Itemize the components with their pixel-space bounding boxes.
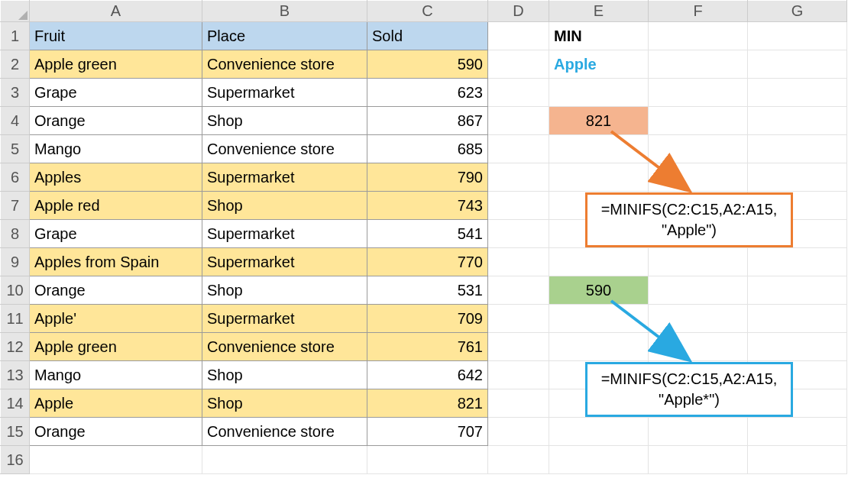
cell[interactable]: 790 xyxy=(367,163,488,192)
cell[interactable] xyxy=(649,248,748,276)
cell[interactable]: Supermarket xyxy=(202,220,367,248)
cell[interactable]: 531 xyxy=(367,276,488,305)
cell[interactable] xyxy=(367,446,488,474)
cell[interactable]: Supermarket xyxy=(202,248,367,276)
cell[interactable]: Orange xyxy=(30,107,202,135)
cell[interactable] xyxy=(549,446,649,474)
cell[interactable] xyxy=(748,305,847,333)
cell[interactable] xyxy=(748,276,847,305)
cell[interactable] xyxy=(488,22,549,50)
cell[interactable]: Apple green xyxy=(30,333,202,361)
cell[interactable]: Shop xyxy=(202,107,367,135)
cell[interactable]: Shop xyxy=(202,276,367,305)
cell[interactable]: 821 xyxy=(367,389,488,418)
cell[interactable]: Orange xyxy=(30,276,202,305)
column-header-E[interactable]: E xyxy=(549,1,649,22)
cell[interactable] xyxy=(488,361,549,389)
cell[interactable]: 642 xyxy=(367,361,488,389)
column-header-B[interactable]: B xyxy=(202,1,367,22)
row-header-11[interactable]: 11 xyxy=(1,305,30,333)
row-header-8[interactable]: 8 xyxy=(1,220,30,248)
row-header-2[interactable]: 2 xyxy=(1,50,30,79)
row-header-15[interactable]: 15 xyxy=(1,418,30,446)
cell[interactable]: Apples from Spain xyxy=(30,248,202,276)
cell[interactable] xyxy=(488,276,549,305)
cell[interactable] xyxy=(748,248,847,276)
cell[interactable] xyxy=(649,163,748,192)
row-header-5[interactable]: 5 xyxy=(1,135,30,163)
row-header-12[interactable]: 12 xyxy=(1,333,30,361)
cell[interactable]: Shop xyxy=(202,361,367,389)
cell[interactable]: 707 xyxy=(367,418,488,446)
cell[interactable] xyxy=(488,50,549,79)
cell[interactable] xyxy=(488,418,549,446)
cell[interactable]: Convenience store xyxy=(202,50,367,79)
select-all-corner[interactable] xyxy=(1,1,30,22)
row-header-10[interactable]: 10 xyxy=(1,276,30,305)
cell[interactable] xyxy=(649,135,748,163)
cell[interactable]: 685 xyxy=(367,135,488,163)
cell[interactable]: Convenience store xyxy=(202,135,367,163)
cell[interactable] xyxy=(649,107,748,135)
column-header-G[interactable]: G xyxy=(748,1,847,22)
row-header-16[interactable]: 16 xyxy=(1,446,30,474)
column-header-F[interactable]: F xyxy=(649,1,748,22)
cell[interactable] xyxy=(488,305,549,333)
cell[interactable] xyxy=(488,135,549,163)
cell[interactable] xyxy=(488,79,549,107)
row-header-4[interactable]: 4 xyxy=(1,107,30,135)
cell[interactable]: MIN xyxy=(549,22,649,50)
cell[interactable] xyxy=(488,163,549,192)
cell[interactable]: Apple red xyxy=(30,192,202,220)
cell[interactable] xyxy=(30,446,202,474)
column-header-A[interactable]: A xyxy=(30,1,202,22)
cell[interactable]: Supermarket xyxy=(202,79,367,107)
cell[interactable] xyxy=(748,135,847,163)
cell[interactable]: 709 xyxy=(367,305,488,333)
column-header-D[interactable]: D xyxy=(488,1,549,22)
cell[interactable]: Convenience store xyxy=(202,418,367,446)
cell[interactable] xyxy=(748,79,847,107)
cell[interactable]: 761 xyxy=(367,333,488,361)
cell[interactable]: Mango xyxy=(30,135,202,163)
cell[interactable] xyxy=(649,305,748,333)
cell[interactable] xyxy=(488,446,549,474)
cell[interactable] xyxy=(549,418,649,446)
cell[interactable]: Apple xyxy=(549,50,649,79)
row-header-7[interactable]: 7 xyxy=(1,192,30,220)
cell[interactable] xyxy=(488,220,549,248)
cell[interactable] xyxy=(649,79,748,107)
row-header-9[interactable]: 9 xyxy=(1,248,30,276)
cell[interactable]: Sold xyxy=(367,22,488,50)
cell[interactable]: Mango xyxy=(30,361,202,389)
cell[interactable]: Supermarket xyxy=(202,163,367,192)
cell[interactable]: 590 xyxy=(367,50,488,79)
row-header-6[interactable]: 6 xyxy=(1,163,30,192)
cell[interactable]: Apples xyxy=(30,163,202,192)
cell[interactable] xyxy=(488,389,549,418)
cell[interactable] xyxy=(549,135,649,163)
column-header-C[interactable]: C xyxy=(367,1,488,22)
result-orange-cell[interactable]: 821 xyxy=(549,107,649,135)
cell[interactable] xyxy=(649,50,748,79)
cell[interactable] xyxy=(649,446,748,474)
cell[interactable] xyxy=(549,333,649,361)
cell[interactable]: Apple' xyxy=(30,305,202,333)
cell[interactable] xyxy=(202,446,367,474)
cell[interactable] xyxy=(649,22,748,50)
cell[interactable]: Shop xyxy=(202,192,367,220)
cell[interactable]: 743 xyxy=(367,192,488,220)
cell[interactable] xyxy=(748,22,847,50)
cell[interactable]: Supermarket xyxy=(202,305,367,333)
cell[interactable] xyxy=(549,163,649,192)
cell[interactable] xyxy=(488,248,549,276)
cell[interactable] xyxy=(748,107,847,135)
cell[interactable] xyxy=(748,446,847,474)
cell[interactable]: Convenience store xyxy=(202,333,367,361)
cell[interactable]: Orange xyxy=(30,418,202,446)
cell[interactable]: Fruit xyxy=(30,22,202,50)
cell[interactable] xyxy=(748,418,847,446)
row-header-3[interactable]: 3 xyxy=(1,79,30,107)
cell[interactable] xyxy=(549,305,649,333)
cell[interactable] xyxy=(748,333,847,361)
